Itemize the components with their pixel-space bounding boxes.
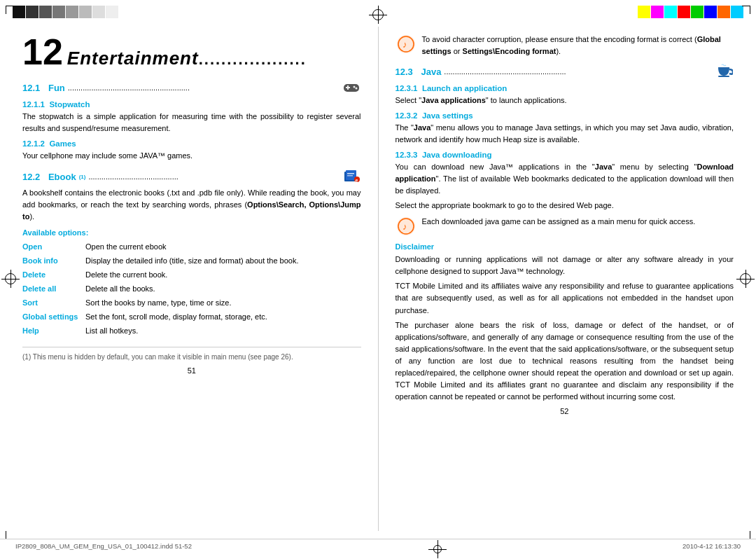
disclaimer-body3: The purchaser alone bears the risk of lo… bbox=[396, 319, 734, 403]
option-sort-desc: Sort the books by name, type, time or si… bbox=[85, 296, 361, 310]
option-bookinfo-desc: Display the detailed info (title, size a… bbox=[85, 254, 361, 268]
color-box-magenta bbox=[651, 6, 664, 18]
quick-access-text: Each downloaded java game can be assigne… bbox=[422, 216, 734, 228]
stopwatch-body: The stopwatch is a simple application fo… bbox=[22, 111, 361, 134]
svg-rect-7 bbox=[347, 173, 354, 174]
corner-mark-tr bbox=[742, 6, 750, 14]
section-java-settings: 12.3.2 Java settings bbox=[396, 111, 734, 120]
option-help-desc: List all hotkeys. bbox=[85, 324, 361, 338]
right-page-number: 52 bbox=[396, 407, 734, 415]
java-dl-body2: Select the appropriate bookmark to go to… bbox=[396, 200, 734, 212]
svg-rect-2 bbox=[347, 85, 349, 90]
disclaimer-body2: TCT Mobile Limited and its affiliates wa… bbox=[396, 280, 734, 316]
ebook-superscript: (1) bbox=[79, 174, 86, 180]
top-left-strip bbox=[13, 6, 118, 18]
java-title: Java bbox=[421, 67, 441, 77]
encoding-note-text: To avoid character corruption, please en… bbox=[422, 34, 734, 57]
bottom-left-text: IP2809_808A_UM_GEM_Eng_USA_01_100412.ind… bbox=[15, 542, 192, 556]
option-open-name: Open bbox=[22, 240, 85, 254]
color-box-1 bbox=[13, 6, 25, 18]
option-deleteall-desc: Delete all the books. bbox=[85, 282, 361, 296]
color-box-6 bbox=[79, 6, 92, 18]
bottom-center-reg bbox=[430, 542, 444, 556]
color-box-green bbox=[691, 6, 704, 18]
options-table: Open Open the current ebook Book info Di… bbox=[22, 240, 361, 338]
color-box-red bbox=[678, 6, 690, 18]
svg-text:♪: ♪ bbox=[402, 221, 407, 232]
color-box-4 bbox=[52, 6, 65, 18]
color-box-5 bbox=[66, 6, 78, 18]
option-deleteall: Delete all Delete all the books. bbox=[22, 282, 361, 296]
java-icon bbox=[714, 64, 734, 79]
encoding-icon: ♪ bbox=[396, 34, 416, 55]
svg-point-3 bbox=[353, 86, 355, 88]
color-box-blue bbox=[704, 6, 717, 18]
color-box-yellow bbox=[638, 6, 650, 18]
java-label: 12.3 bbox=[396, 67, 413, 77]
chapter-title: Entertainment................... bbox=[67, 48, 307, 69]
top-right-strip bbox=[638, 6, 743, 18]
ebook-dots: ........................................… bbox=[88, 172, 178, 181]
option-sort: Sort Sort the books by name, type, time … bbox=[22, 296, 361, 310]
color-box-3 bbox=[39, 6, 52, 18]
fun-dots: ........................................… bbox=[68, 83, 190, 92]
option-deleteall-name: Delete all bbox=[22, 282, 85, 296]
section-java-dl: 12.3.3 Java downloading bbox=[396, 151, 734, 159]
svg-text:e: e bbox=[355, 178, 358, 183]
quick-access-icon: ♪ bbox=[396, 216, 416, 237]
color-box-2 bbox=[26, 6, 38, 18]
section-games: 12.1.2 Games bbox=[22, 139, 361, 148]
section-ebook: 12.2 Ebook(1) ..........................… bbox=[22, 169, 361, 184]
page-left: 12 Entertainment................... 12.1… bbox=[13, 27, 379, 531]
color-box-8 bbox=[106, 6, 118, 18]
color-strip-left bbox=[13, 6, 118, 18]
encoding-note-box: ♪ To avoid character corruption, please … bbox=[396, 34, 734, 57]
chapter-number: 12 bbox=[22, 34, 63, 70]
ebook-label: 12.2 bbox=[22, 172, 40, 182]
java-dots: ........................................… bbox=[444, 67, 566, 76]
option-open-desc: Open the current ebook bbox=[85, 240, 361, 254]
quick-access-note-box: ♪ Each downloaded java game can be assig… bbox=[396, 216, 734, 237]
ebook-icon: e bbox=[342, 169, 361, 184]
java-dl-body1: You can download new Java™ applications … bbox=[396, 161, 734, 197]
svg-text:♪: ♪ bbox=[402, 39, 407, 50]
disclaimer-body1: Downloading or running applications will… bbox=[396, 254, 734, 277]
section-java: 12.3 Java ..............................… bbox=[396, 64, 734, 79]
ebook-title: Ebook bbox=[48, 172, 76, 182]
option-global: Global settings Set the font, scroll mod… bbox=[22, 310, 361, 324]
color-box-cyan bbox=[664, 6, 677, 18]
option-sort-name: Sort bbox=[22, 296, 85, 310]
launch-body: Select "Java applications" to launch app… bbox=[396, 95, 734, 106]
section-fun: 12.1 Fun ...............................… bbox=[22, 80, 361, 95]
chapter-heading: 12 Entertainment................... bbox=[22, 34, 361, 70]
top-bar bbox=[0, 0, 756, 27]
option-delete-name: Delete bbox=[22, 268, 85, 282]
color-box-7 bbox=[92, 6, 105, 18]
bottom-right-text: 2010-4-12 16:13:30 bbox=[682, 542, 741, 556]
option-delete: Delete Delete the current book. bbox=[22, 268, 361, 282]
option-help-name: Help bbox=[22, 324, 85, 338]
fun-label: 12.1 bbox=[22, 83, 40, 93]
svg-rect-14 bbox=[718, 76, 729, 77]
content-wrapper: 12 Entertainment................... 12.1… bbox=[0, 27, 756, 531]
bottom-bar: IP2809_808A_UM_GEM_Eng_USA_01_100412.ind… bbox=[0, 539, 756, 559]
games-body: Your cellphone may include some JAVA™ ga… bbox=[22, 150, 361, 162]
color-strip-right bbox=[638, 6, 743, 18]
footnote: (1) This menu is hidden by default, you … bbox=[22, 347, 361, 362]
option-bookinfo-name: Book info bbox=[22, 254, 85, 268]
gamepad-icon bbox=[342, 80, 361, 95]
section-launch: 12.3.1 Launch an application bbox=[396, 84, 734, 92]
option-global-desc: Set the font, scroll mode, display forma… bbox=[85, 310, 361, 324]
options-label: Available options: bbox=[22, 228, 361, 237]
disclaimer-title: Disclaimer bbox=[396, 242, 734, 251]
java-settings-body: The "Java" menu allows you to manage Jav… bbox=[396, 122, 734, 146]
ebook-body: A bookshelf contains the electronic book… bbox=[22, 187, 361, 223]
option-global-name: Global settings bbox=[22, 310, 85, 324]
fun-title: Fun bbox=[48, 83, 65, 93]
color-box-orange bbox=[718, 6, 730, 18]
left-page-number: 51 bbox=[22, 366, 361, 375]
page-right: ♪ To avoid character corruption, please … bbox=[379, 27, 744, 531]
option-open: Open Open the current ebook bbox=[22, 240, 361, 254]
section-stopwatch: 12.1.1 Stopwatch bbox=[22, 100, 361, 109]
option-help: Help List all hotkeys. bbox=[22, 324, 361, 338]
